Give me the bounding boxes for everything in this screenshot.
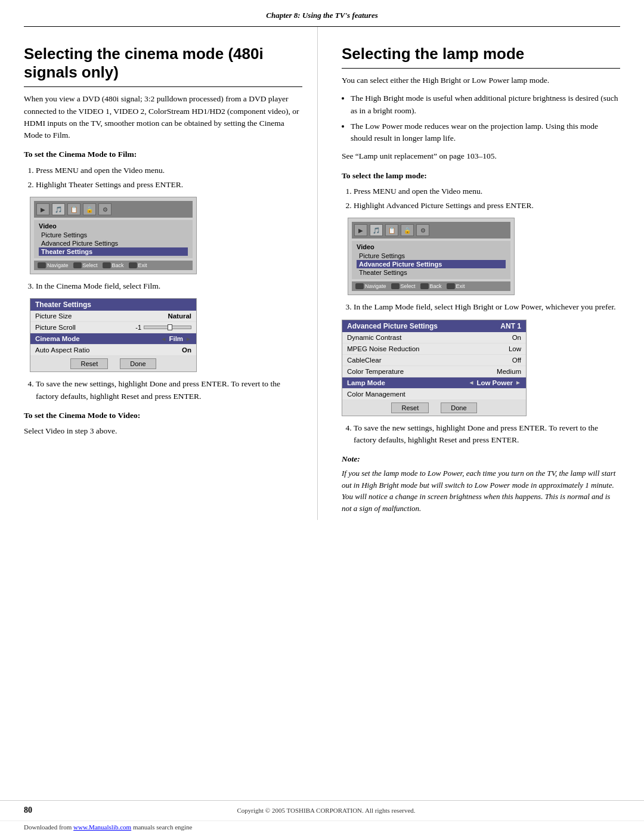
left-step3: In the Cinema Mode field, select Film. — [36, 280, 302, 292]
theater-footer: Reset Done — [30, 356, 196, 371]
adv-header-title: Advanced Picture Settings — [347, 322, 438, 330]
adv-row-1-label: Dynamic Contrast — [347, 334, 401, 341]
adv-row-6: Color Management — [342, 389, 526, 400]
right-step3-list: In the Lamp Mode field, select High Brig… — [354, 301, 620, 313]
adv-row-3-value: Off — [512, 357, 521, 364]
menu-footer-left: Navigate Select Back Exit — [34, 261, 193, 270]
downloaded-suffix: manuals search engine — [133, 823, 193, 831]
left-column: Selecting the cinema mode (480i signals … — [24, 27, 318, 520]
navigate-icon — [38, 262, 46, 268]
lamp-mode-value: Low Power — [476, 379, 513, 386]
theater-row-2-label: Picture Scroll — [35, 324, 76, 331]
downloaded-text: Downloaded from — [24, 823, 72, 831]
menu-body-left: Video Picture Settings Advanced Picture … — [34, 220, 193, 258]
theater-row-4-label: Auto Aspect Ratio — [35, 346, 89, 354]
theater-row-3-cinema: Cinema Mode ◄ Film ► — [30, 333, 196, 345]
slider-thumb — [168, 324, 172, 330]
theater-row-2: Picture Scroll -1 — [30, 322, 196, 333]
menu-icon-1: ▶ — [36, 203, 49, 215]
right-menu-icon-5: ⚙ — [416, 224, 429, 236]
theater-row-1: Picture Size Natural — [30, 311, 196, 322]
note-text: If you set the lamp mode to Low Power, e… — [342, 467, 620, 514]
theater-row-4-value: On — [182, 346, 191, 354]
menu-icon-3: 📋 — [67, 203, 80, 215]
theater-row-1-label: Picture Size — [35, 312, 72, 320]
left-subheading1: To set the Cinema Mode to Film: — [24, 148, 302, 160]
right-menu-icon-3: 📋 — [385, 224, 398, 236]
footer-copyright: Copyright © 2005 TOSHIBA CORPORATION. Al… — [237, 807, 415, 814]
slider-track — [144, 326, 191, 329]
note-box: Note: If you set the lamp mode to Low Po… — [342, 453, 620, 514]
lamp-mode-value-cell: ◄ Low Power ► — [468, 379, 521, 386]
menu-icon-5: ⚙ — [98, 203, 112, 215]
adv-row-5-label: Lamp Mode — [347, 379, 385, 386]
adv-footer: Reset Done — [342, 400, 526, 416]
right-menu-item-3: Theater Settings — [357, 268, 506, 277]
right-section-title: Selecting the lamp mode — [342, 45, 620, 69]
left-step4: To save the new settings, highlight Done… — [36, 378, 302, 402]
left-step1-2: Highlight Theater Settings and press ENT… — [36, 179, 302, 191]
right-menu-icon-bar: ▶ 🎵 📋 🔒 ⚙ — [352, 222, 510, 239]
exit-icon — [129, 262, 137, 268]
adv-row-1-value: On — [512, 334, 521, 341]
left-step-video: Select Video in step 3 above. — [24, 425, 302, 437]
left-section-title: Selecting the cinema mode (480i signals … — [24, 45, 302, 87]
right-footer-navigate: Navigate — [355, 283, 386, 289]
left-step4-list: To save the new settings, highlight Done… — [36, 378, 302, 402]
adv-settings-table: Advanced Picture Settings ANT 1 Dynamic … — [342, 320, 527, 416]
footer-select: Select — [73, 262, 98, 268]
right-menu-icon-4: 🔒 — [401, 224, 414, 236]
right-exit-icon — [447, 283, 455, 289]
right-step4-list: To save the new settings, highlight Done… — [354, 422, 620, 447]
right-footer-exit: Exit — [447, 283, 465, 289]
adv-row-2-label: MPEG Noise Reduction — [347, 345, 419, 352]
right-menu-item-1: Picture Settings — [357, 252, 506, 260]
cinema-mode-value: Film — [169, 335, 183, 342]
right-menu-item-2-selected: Advanced Picture Settings — [357, 260, 506, 268]
footer-back: Back — [103, 262, 124, 268]
right-steps1: Press MENU and open the Video menu. High… — [354, 185, 620, 212]
adv-row-1: Dynamic Contrast On — [342, 332, 526, 343]
done-button[interactable]: Done — [120, 358, 156, 369]
downloaded-bar: Downloaded from www.Manualslib.com manua… — [0, 820, 644, 833]
adv-reset-button[interactable]: Reset — [391, 402, 429, 413]
adv-header-right: ANT 1 — [500, 322, 521, 330]
right-footer-select: Select — [391, 283, 416, 289]
adv-row-5-lamp: Lamp Mode ◄ Low Power ► — [342, 377, 526, 389]
menu-item-3-selected: Theater Settings — [39, 247, 188, 256]
cinema-mode-value-cell: ◄ Film ► — [161, 335, 191, 342]
right-arrow: ► — [185, 336, 191, 342]
right-step4: To save the new settings, highlight Done… — [354, 422, 620, 447]
theater-row-4: Auto Aspect Ratio On — [30, 345, 196, 356]
left-step1-1: Press MENU and open the Video menu. — [36, 165, 302, 176]
adv-row-3: CableClear Off — [342, 355, 526, 366]
lamp-right-arrow: ► — [515, 379, 521, 386]
adv-row-6-label: Color Management — [347, 391, 405, 398]
menu-item-1: Picture Settings — [39, 231, 188, 239]
right-column: Selecting the lamp mode You can select e… — [336, 27, 620, 520]
slider-container: -1 — [135, 324, 191, 331]
page-footer: 80 Copyright © 2005 TOSHIBA CORPORATION.… — [0, 800, 644, 815]
adv-row-2-value: Low — [509, 345, 521, 352]
left-arrow: ◄ — [161, 336, 167, 342]
adv-row-4-value: Medium — [497, 368, 521, 375]
adv-row-3-label: CableClear — [347, 357, 382, 364]
manualslib-link[interactable]: www.Manualslib.com — [73, 823, 131, 831]
chapter-header: Chapter 8: Using the TV's features — [24, 0, 620, 27]
back-icon — [103, 262, 111, 268]
adv-done-button[interactable]: Done — [441, 402, 476, 413]
right-back-icon — [420, 283, 429, 289]
theater-settings-table: Theater Settings Picture Size Natural Pi… — [30, 298, 197, 372]
theater-row-3-label: Cinema Mode — [35, 335, 80, 342]
right-see-also: See “Lamp unit replacement” on page 103–… — [342, 150, 620, 162]
footer-navigate: Navigate — [38, 262, 69, 268]
right-step3: In the Lamp Mode field, select High Brig… — [354, 301, 620, 313]
right-menu-icon-2: 🎵 — [370, 224, 383, 236]
left-subheading2: To set the Cinema Mode to Video: — [24, 410, 302, 422]
right-bullet-2: The Low Power mode reduces wear on the p… — [351, 120, 620, 145]
adv-settings-header: Advanced Picture Settings ANT 1 — [342, 320, 526, 332]
menu-item-2: Advanced Picture Settings — [39, 239, 188, 247]
menu-icon-2: 🎵 — [52, 203, 65, 215]
right-navigate-icon — [355, 283, 364, 289]
reset-button[interactable]: Reset — [70, 358, 108, 369]
